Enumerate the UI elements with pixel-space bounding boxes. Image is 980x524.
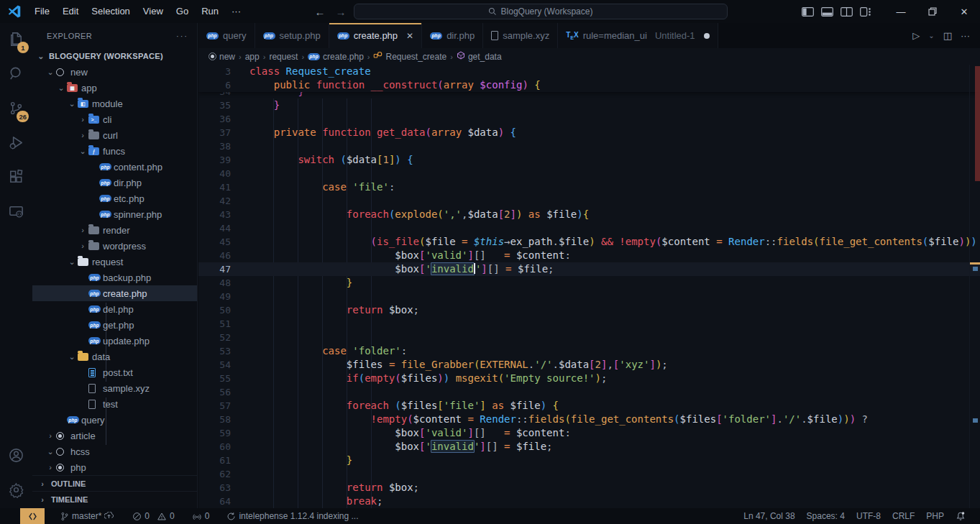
remote-indicator[interactable] [20,508,45,524]
chevron-down-icon[interactable]: ⌄ [66,257,78,267]
status-spaces[interactable]: Spaces: 4 [801,508,851,524]
tab-rule-median_ui[interactable]: TEXrule=median_uiUntitled-1 [558,23,718,48]
tab-sample-xyz[interactable]: sample.xyz [483,23,558,48]
chevron-right-icon[interactable]: › [45,463,56,472]
tree-item-etc-php[interactable]: phpetc.php [32,190,197,206]
breadcrumb-new[interactable]: new [209,52,235,62]
code-line-44[interactable]: 44 [198,221,980,235]
chevron-down-icon[interactable]: ⌄ [45,68,56,77]
toggle-panel-icon[interactable] [821,7,833,17]
menu-go[interactable]: Go [170,1,195,22]
menu-edit[interactable]: Edit [56,1,85,22]
activitybar-extensions[interactable] [0,161,32,196]
tree-item-create-php[interactable]: phpcreate.php [32,285,197,301]
activitybar-source-control[interactable]: 26 [0,92,32,127]
activitybar-run-debug[interactable] [0,127,32,161]
code-line-52[interactable]: 52 [198,331,980,344]
chevron-down-icon[interactable]: ⌄ [66,352,78,362]
tree-item-post-txt[interactable]: post.txt [32,364,197,380]
code-line-36[interactable]: 36 [198,112,980,126]
status-ln[interactable]: Ln 47, Col 38 [738,508,800,524]
tree-item-funcs[interactable]: ⌄ƒfuncs [32,143,197,159]
code-editor[interactable]: 3class Request_create6 public function _… [198,65,980,508]
code-line-49[interactable]: 49 [198,290,980,303]
more-actions-button[interactable]: ··· [961,30,970,41]
menu-[interactable]: ··· [225,1,247,22]
code-line-61[interactable]: 61 } [198,454,980,467]
status-utf-8[interactable]: UTF-8 [851,508,887,524]
split-editor-button[interactable]: ◫ [943,30,952,41]
code-line-53[interactable]: 53 case 'folder': [198,344,980,358]
code-line-37[interactable]: 37 private function get_data(array $data… [198,126,980,139]
code-line-59[interactable]: 59 $box['valid'][] = $content: [198,426,980,440]
code-line-35[interactable]: 35 } [198,98,980,112]
tree-item-article[interactable]: ›article [32,428,197,443]
section-outline[interactable]: ›OUTLINE [32,475,197,491]
chevron-down-icon[interactable]: ⌄ [66,99,78,109]
code-line-40[interactable]: 40 [198,167,980,180]
code-line-48[interactable]: 48 } [198,276,980,290]
chevron-right-icon[interactable]: › [77,115,88,124]
code-line-54[interactable]: 54 $files = file_Grabber(EXTERNAL.'/'.$d… [198,358,980,372]
code-line-50[interactable]: 50 return $box; [198,303,980,317]
restore-button[interactable] [917,0,948,23]
tree-item-php[interactable]: ›php [32,459,197,475]
toggle-secondary-sidebar-icon[interactable] [841,7,853,17]
breadcrumb[interactable]: new›app›request›phpcreate.php›Request_cr… [198,48,980,65]
run-dropdown-button[interactable]: ⌄ [928,32,934,40]
sticky-scroll[interactable]: 3class Request_create6 public function _… [198,65,980,92]
tree-item-get-php[interactable]: phpget.php [32,317,197,333]
minimize-button[interactable]: — [885,0,917,23]
ports-status[interactable]: 0 [186,508,216,524]
code-line-41[interactable]: 41 case 'file': [198,180,980,194]
chevron-down-icon[interactable]: ⌄ [77,147,88,156]
tree-item-cli[interactable]: ›>_cli [32,111,197,127]
breadcrumb-Request_create[interactable]: Request_create [373,51,447,62]
menu-selection[interactable]: Selection [85,1,136,22]
tree-item-wordpress[interactable]: ›wordpress [32,238,197,254]
code-line-47[interactable]: 47 $box['invalid'][] = $file; [198,262,980,276]
tree-item-backup-php[interactable]: phpbackup.php [32,270,197,285]
code-line-38[interactable]: 38 [198,139,980,153]
tab-query[interactable]: phpquery [198,23,255,48]
activitybar-remote-explorer[interactable] [0,196,32,230]
code-line-57[interactable]: 57 foreach ($files['file'] as $file) { [198,399,980,413]
tree-item-test[interactable]: test [32,396,197,412]
tree-item-del-php[interactable]: phpdel.php [32,301,197,317]
close-icon[interactable]: ✕ [406,31,413,41]
code-line-42[interactable]: 42 [198,194,980,208]
unsaved-dot-icon[interactable] [704,33,710,39]
chevron-right-icon[interactable]: › [77,226,88,234]
code-line-62[interactable]: 62 [198,467,980,481]
breadcrumb-create-php[interactable]: phpcreate.php [308,52,364,62]
code-line-55[interactable]: 55 if(empty($files)) msgexit('Empty sour… [198,372,980,385]
language-server-status[interactable]: intelephense 1.12.4 indexing ... [221,508,364,524]
code-line-39[interactable]: 39 switch ($data[1]) { [198,153,980,167]
breadcrumb-app[interactable]: app [245,52,260,62]
status-crlf[interactable]: CRLF [887,508,920,524]
nav-back-icon[interactable]: ← [315,6,326,18]
command-center-search[interactable]: BlogQuery (Workspace) [354,4,728,19]
section-timeline[interactable]: ›TIMELINE [32,491,197,507]
problems-status[interactable]: 0 0 [127,508,180,524]
menu-run[interactable]: Run [195,1,225,22]
tab-dir-php[interactable]: phpdir.php [422,23,483,48]
code-line-45[interactable]: 45 (is_file($file = $this→ex_path.$file)… [198,235,980,249]
tree-item-dir-php[interactable]: phpdir.php [32,175,197,190]
code-line-3[interactable]: 3class Request_create [198,65,980,78]
customize-layout-icon[interactable] [860,7,872,17]
overview-ruler[interactable] [969,65,980,508]
chevron-right-icon[interactable]: › [77,242,88,250]
toggle-sidebar-icon[interactable] [802,7,814,17]
code-line-43[interactable]: 43 foreach(explode(',',$data[2]) as $fil… [198,208,980,221]
explorer-more-actions[interactable]: ··· [176,32,188,40]
tab-create-php[interactable]: phpcreate.php✕ [329,23,423,48]
tree-item-sample-xyz[interactable]: sample.xyz [32,380,197,396]
code-line-46[interactable]: 46 $box['valid'][] = $content: [198,249,980,262]
tree-item-content-php[interactable]: phpcontent.php [32,159,197,175]
run-file-button[interactable]: ▷ [912,30,920,41]
notifications-bell[interactable] [950,508,971,524]
activitybar-explorer[interactable]: 1 [0,23,32,58]
chevron-down-icon[interactable]: ⌄ [45,447,56,456]
chevron-right-icon[interactable]: › [45,431,56,440]
